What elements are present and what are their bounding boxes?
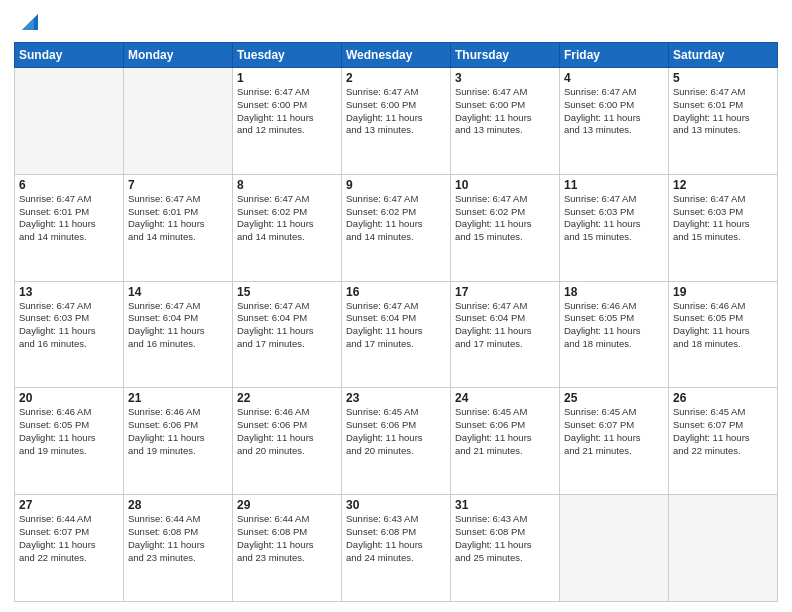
weekday-header-saturday: Saturday <box>669 43 778 68</box>
weekday-header-tuesday: Tuesday <box>233 43 342 68</box>
weekday-header-sunday: Sunday <box>15 43 124 68</box>
day-number: 22 <box>237 391 337 405</box>
cell-info: Sunrise: 6:44 AMSunset: 6:08 PMDaylight:… <box>237 513 337 564</box>
week-row-1: 1Sunrise: 6:47 AMSunset: 6:00 PMDaylight… <box>15 68 778 175</box>
header <box>14 10 778 34</box>
calendar-cell: 25Sunrise: 6:45 AMSunset: 6:07 PMDayligh… <box>560 388 669 495</box>
calendar-cell: 19Sunrise: 6:46 AMSunset: 6:05 PMDayligh… <box>669 281 778 388</box>
cell-info: Sunrise: 6:46 AMSunset: 6:05 PMDaylight:… <box>673 300 773 351</box>
logo <box>14 10 42 34</box>
day-number: 18 <box>564 285 664 299</box>
cell-info: Sunrise: 6:47 AMSunset: 6:01 PMDaylight:… <box>673 86 773 137</box>
day-number: 23 <box>346 391 446 405</box>
day-number: 30 <box>346 498 446 512</box>
day-number: 8 <box>237 178 337 192</box>
cell-info: Sunrise: 6:45 AMSunset: 6:07 PMDaylight:… <box>673 406 773 457</box>
cell-info: Sunrise: 6:46 AMSunset: 6:06 PMDaylight:… <box>128 406 228 457</box>
calendar-cell: 14Sunrise: 6:47 AMSunset: 6:04 PMDayligh… <box>124 281 233 388</box>
weekday-header-friday: Friday <box>560 43 669 68</box>
calendar-cell: 24Sunrise: 6:45 AMSunset: 6:06 PMDayligh… <box>451 388 560 495</box>
day-number: 24 <box>455 391 555 405</box>
cell-info: Sunrise: 6:46 AMSunset: 6:06 PMDaylight:… <box>237 406 337 457</box>
day-number: 21 <box>128 391 228 405</box>
calendar-cell: 12Sunrise: 6:47 AMSunset: 6:03 PMDayligh… <box>669 174 778 281</box>
day-number: 13 <box>19 285 119 299</box>
svg-marker-1 <box>22 18 34 30</box>
page: SundayMondayTuesdayWednesdayThursdayFrid… <box>0 0 792 612</box>
cell-info: Sunrise: 6:47 AMSunset: 6:02 PMDaylight:… <box>237 193 337 244</box>
cell-info: Sunrise: 6:47 AMSunset: 6:01 PMDaylight:… <box>19 193 119 244</box>
calendar-cell: 22Sunrise: 6:46 AMSunset: 6:06 PMDayligh… <box>233 388 342 495</box>
calendar-cell: 27Sunrise: 6:44 AMSunset: 6:07 PMDayligh… <box>15 495 124 602</box>
day-number: 29 <box>237 498 337 512</box>
cell-info: Sunrise: 6:47 AMSunset: 6:04 PMDaylight:… <box>237 300 337 351</box>
cell-info: Sunrise: 6:43 AMSunset: 6:08 PMDaylight:… <box>346 513 446 564</box>
calendar: SundayMondayTuesdayWednesdayThursdayFrid… <box>14 42 778 602</box>
day-number: 11 <box>564 178 664 192</box>
cell-info: Sunrise: 6:46 AMSunset: 6:05 PMDaylight:… <box>19 406 119 457</box>
calendar-cell: 5Sunrise: 6:47 AMSunset: 6:01 PMDaylight… <box>669 68 778 175</box>
cell-info: Sunrise: 6:47 AMSunset: 6:03 PMDaylight:… <box>19 300 119 351</box>
calendar-cell: 3Sunrise: 6:47 AMSunset: 6:00 PMDaylight… <box>451 68 560 175</box>
day-number: 3 <box>455 71 555 85</box>
day-number: 16 <box>346 285 446 299</box>
calendar-cell: 29Sunrise: 6:44 AMSunset: 6:08 PMDayligh… <box>233 495 342 602</box>
day-number: 19 <box>673 285 773 299</box>
cell-info: Sunrise: 6:45 AMSunset: 6:06 PMDaylight:… <box>455 406 555 457</box>
cell-info: Sunrise: 6:46 AMSunset: 6:05 PMDaylight:… <box>564 300 664 351</box>
week-row-2: 6Sunrise: 6:47 AMSunset: 6:01 PMDaylight… <box>15 174 778 281</box>
calendar-cell: 31Sunrise: 6:43 AMSunset: 6:08 PMDayligh… <box>451 495 560 602</box>
week-row-3: 13Sunrise: 6:47 AMSunset: 6:03 PMDayligh… <box>15 281 778 388</box>
day-number: 9 <box>346 178 446 192</box>
calendar-cell: 11Sunrise: 6:47 AMSunset: 6:03 PMDayligh… <box>560 174 669 281</box>
calendar-cell <box>560 495 669 602</box>
calendar-cell: 1Sunrise: 6:47 AMSunset: 6:00 PMDaylight… <box>233 68 342 175</box>
logo-icon <box>18 10 42 34</box>
day-number: 7 <box>128 178 228 192</box>
day-number: 4 <box>564 71 664 85</box>
cell-info: Sunrise: 6:47 AMSunset: 6:03 PMDaylight:… <box>564 193 664 244</box>
calendar-cell: 15Sunrise: 6:47 AMSunset: 6:04 PMDayligh… <box>233 281 342 388</box>
calendar-cell: 9Sunrise: 6:47 AMSunset: 6:02 PMDaylight… <box>342 174 451 281</box>
cell-info: Sunrise: 6:47 AMSunset: 6:00 PMDaylight:… <box>346 86 446 137</box>
day-number: 10 <box>455 178 555 192</box>
day-number: 17 <box>455 285 555 299</box>
day-number: 1 <box>237 71 337 85</box>
day-number: 5 <box>673 71 773 85</box>
weekday-header-monday: Monday <box>124 43 233 68</box>
calendar-cell: 28Sunrise: 6:44 AMSunset: 6:08 PMDayligh… <box>124 495 233 602</box>
calendar-cell: 6Sunrise: 6:47 AMSunset: 6:01 PMDaylight… <box>15 174 124 281</box>
calendar-cell <box>124 68 233 175</box>
cell-info: Sunrise: 6:43 AMSunset: 6:08 PMDaylight:… <box>455 513 555 564</box>
day-number: 14 <box>128 285 228 299</box>
cell-info: Sunrise: 6:44 AMSunset: 6:08 PMDaylight:… <box>128 513 228 564</box>
day-number: 28 <box>128 498 228 512</box>
cell-info: Sunrise: 6:47 AMSunset: 6:04 PMDaylight:… <box>128 300 228 351</box>
calendar-cell: 23Sunrise: 6:45 AMSunset: 6:06 PMDayligh… <box>342 388 451 495</box>
calendar-cell <box>15 68 124 175</box>
cell-info: Sunrise: 6:47 AMSunset: 6:00 PMDaylight:… <box>564 86 664 137</box>
cell-info: Sunrise: 6:47 AMSunset: 6:00 PMDaylight:… <box>237 86 337 137</box>
calendar-cell: 20Sunrise: 6:46 AMSunset: 6:05 PMDayligh… <box>15 388 124 495</box>
week-row-5: 27Sunrise: 6:44 AMSunset: 6:07 PMDayligh… <box>15 495 778 602</box>
calendar-cell: 18Sunrise: 6:46 AMSunset: 6:05 PMDayligh… <box>560 281 669 388</box>
day-number: 6 <box>19 178 119 192</box>
cell-info: Sunrise: 6:47 AMSunset: 6:02 PMDaylight:… <box>346 193 446 244</box>
calendar-cell <box>669 495 778 602</box>
weekday-header-wednesday: Wednesday <box>342 43 451 68</box>
calendar-cell: 21Sunrise: 6:46 AMSunset: 6:06 PMDayligh… <box>124 388 233 495</box>
calendar-cell: 4Sunrise: 6:47 AMSunset: 6:00 PMDaylight… <box>560 68 669 175</box>
day-number: 12 <box>673 178 773 192</box>
cell-info: Sunrise: 6:47 AMSunset: 6:02 PMDaylight:… <box>455 193 555 244</box>
day-number: 20 <box>19 391 119 405</box>
cell-info: Sunrise: 6:47 AMSunset: 6:03 PMDaylight:… <box>673 193 773 244</box>
calendar-cell: 26Sunrise: 6:45 AMSunset: 6:07 PMDayligh… <box>669 388 778 495</box>
day-number: 27 <box>19 498 119 512</box>
cell-info: Sunrise: 6:47 AMSunset: 6:01 PMDaylight:… <box>128 193 228 244</box>
day-number: 26 <box>673 391 773 405</box>
weekday-header-thursday: Thursday <box>451 43 560 68</box>
calendar-cell: 8Sunrise: 6:47 AMSunset: 6:02 PMDaylight… <box>233 174 342 281</box>
calendar-cell: 10Sunrise: 6:47 AMSunset: 6:02 PMDayligh… <box>451 174 560 281</box>
calendar-cell: 17Sunrise: 6:47 AMSunset: 6:04 PMDayligh… <box>451 281 560 388</box>
calendar-cell: 7Sunrise: 6:47 AMSunset: 6:01 PMDaylight… <box>124 174 233 281</box>
